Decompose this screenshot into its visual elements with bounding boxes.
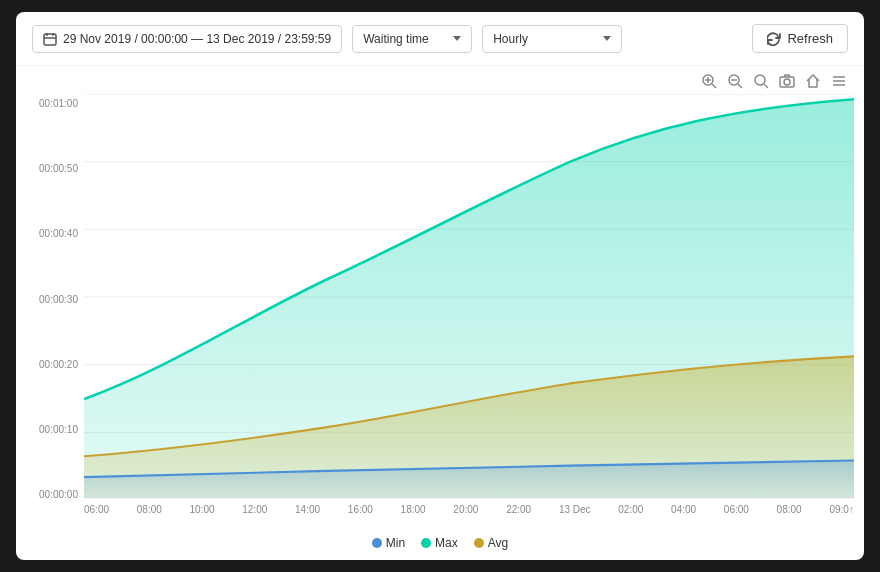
y-label-5: 00:00:50 xyxy=(26,163,84,174)
x-label-8: 22:00 xyxy=(506,504,531,520)
y-label-1: 00:00:10 xyxy=(26,424,84,435)
legend-dot-min xyxy=(372,538,382,548)
toolbar: 29 Nov 2019 / 00:00:00 — 13 Dec 2019 / 2… xyxy=(16,12,864,66)
x-axis: 06:00 08:00 10:00 12:00 14:00 16:00 18:0… xyxy=(84,500,854,520)
y-label-6: 00:01:00 xyxy=(26,98,84,109)
metric-select-label: Waiting time xyxy=(363,32,429,46)
x-label-14: 09:0↑ xyxy=(829,504,853,520)
chart-toolbar xyxy=(16,66,864,90)
calendar-icon xyxy=(43,32,57,46)
chart-container: 06:00 08:00 10:00 12:00 14:00 16:00 18:0… xyxy=(84,94,854,530)
svg-point-14 xyxy=(784,79,790,85)
x-label-3: 12:00 xyxy=(242,504,267,520)
x-label-10: 02:00 xyxy=(618,504,643,520)
metric-chevron-icon xyxy=(453,36,461,41)
legend-label-min: Min xyxy=(386,536,405,550)
x-label-2: 10:00 xyxy=(190,504,215,520)
legend-item-avg: Avg xyxy=(474,536,508,550)
svg-line-5 xyxy=(712,84,716,88)
svg-rect-0 xyxy=(44,34,56,45)
y-label-2: 00:00:20 xyxy=(26,359,84,370)
menu-icon[interactable] xyxy=(830,72,848,90)
svg-line-12 xyxy=(764,84,768,88)
x-label-6: 18:00 xyxy=(401,504,426,520)
chart-svg xyxy=(84,94,854,500)
camera-icon[interactable] xyxy=(778,72,796,90)
x-label-4: 14:00 xyxy=(295,504,320,520)
legend-dot-max xyxy=(421,538,431,548)
legend-dot-avg xyxy=(474,538,484,548)
legend-label-avg: Avg xyxy=(488,536,508,550)
y-label-4: 00:00:40 xyxy=(26,228,84,239)
x-label-0: 06:00 xyxy=(84,504,109,520)
x-label-1: 08:00 xyxy=(137,504,162,520)
date-range-button[interactable]: 29 Nov 2019 / 00:00:00 — 13 Dec 2019 / 2… xyxy=(32,25,342,53)
interval-select-button[interactable]: Hourly xyxy=(482,25,622,53)
interval-select-label: Hourly xyxy=(493,32,528,46)
home-icon[interactable] xyxy=(804,72,822,90)
refresh-label: Refresh xyxy=(787,31,833,46)
x-label-11: 04:00 xyxy=(671,504,696,520)
legend-item-max: Max xyxy=(421,536,458,550)
y-label-3: 00:00:30 xyxy=(26,294,84,305)
date-range-label: 29 Nov 2019 / 00:00:00 — 13 Dec 2019 / 2… xyxy=(63,32,331,46)
y-label-0: 00:00:00 xyxy=(26,489,84,500)
x-label-12: 06:00 xyxy=(724,504,749,520)
main-card: 29 Nov 2019 / 00:00:00 — 13 Dec 2019 / 2… xyxy=(16,12,864,560)
chart-area: 00:00:00 00:00:10 00:00:20 00:00:30 00:0… xyxy=(16,90,864,530)
refresh-button[interactable]: Refresh xyxy=(752,24,848,53)
refresh-icon xyxy=(767,32,781,46)
metric-select-button[interactable]: Waiting time xyxy=(352,25,472,53)
zoom-in-icon[interactable] xyxy=(700,72,718,90)
y-axis: 00:00:00 00:00:10 00:00:20 00:00:30 00:0… xyxy=(26,94,84,530)
svg-point-11 xyxy=(755,75,765,85)
svg-line-9 xyxy=(738,84,742,88)
x-label-5: 16:00 xyxy=(348,504,373,520)
x-label-13: 08:00 xyxy=(777,504,802,520)
interval-chevron-icon xyxy=(603,36,611,41)
legend-item-min: Min xyxy=(372,536,405,550)
zoom-out-icon[interactable] xyxy=(726,72,744,90)
x-label-9: 13 Dec xyxy=(559,504,591,520)
legend: Min Max Avg xyxy=(16,530,864,560)
legend-label-max: Max xyxy=(435,536,458,550)
x-label-7: 20:00 xyxy=(453,504,478,520)
pan-icon[interactable] xyxy=(752,72,770,90)
